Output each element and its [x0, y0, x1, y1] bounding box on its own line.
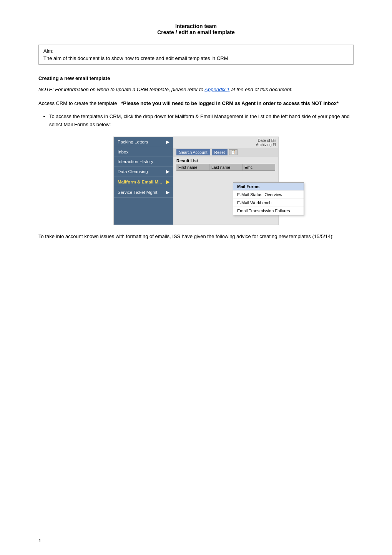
nav-inbox[interactable]: Inbox	[114, 147, 173, 157]
reset-button[interactable]: Reset	[212, 149, 228, 155]
nav-packing-letters-label: Packing Letters	[118, 140, 148, 144]
title-line2: Create / edit an email template	[38, 29, 354, 35]
note-paragraph: NOTE: For information on when to update …	[38, 86, 354, 93]
bullet-list: To access the templates in CRM, click th…	[49, 113, 354, 129]
nav-mailform[interactable]: Mailform & Email M... ▶	[114, 177, 173, 187]
nav-data-cleansing-label: Data Cleansing	[118, 169, 148, 174]
body-text: Access CRM to create the template *Pleas…	[38, 100, 354, 108]
nav-inbox-label: Inbox	[118, 150, 128, 154]
result-list-label: Result List	[173, 157, 278, 164]
dropdown-popup: Mail Forms E-Mail Status: Overview E-Mai…	[233, 182, 304, 215]
date-label: Date of Bir	[173, 138, 276, 143]
nav-packing-letters-arrow: ▶	[166, 139, 169, 145]
nav-interaction-history[interactable]: Interaction History	[114, 157, 173, 167]
col-first-name: First name	[176, 164, 209, 170]
dropdown-email-status[interactable]: E-Mail Status: Overview	[233, 191, 304, 199]
page-header: Interaction team Create / edit an email …	[38, 23, 354, 35]
dropdown-email-workbench[interactable]: E-Mail Workbench	[233, 199, 304, 207]
aim-content: The aim of this document is to show how …	[43, 55, 349, 61]
page-number: 1	[38, 538, 41, 543]
search-bar: Search Account Reset 📋	[173, 148, 278, 157]
footer-paragraph: To take into account known issues with f…	[38, 233, 354, 241]
bullet-item-1: To access the templates in CRM, click th…	[49, 113, 354, 129]
nav-service-ticket-label: Service Ticket Mgmt	[118, 190, 158, 195]
nav-mailform-arrow: ▶	[166, 179, 169, 185]
title-line1: Interaction team	[38, 23, 354, 29]
col-last-name: Last name	[209, 164, 243, 170]
crm-screenshot-wrapper: Packing Letters ▶ Inbox Interaction Hist…	[113, 137, 279, 225]
appendix1-link[interactable]: Appendix 1	[204, 87, 229, 92]
nav-service-ticket-arrow: ▶	[166, 190, 169, 195]
result-table-header: First name Last name Emc	[176, 164, 275, 171]
nav-data-cleansing[interactable]: Data Cleansing ▶	[114, 167, 173, 177]
aim-box: Aim: The aim of this document is to show…	[38, 45, 354, 65]
crm-right-panel: Date of Bir Archiving Fl Search Account …	[173, 137, 278, 225]
archiving-label: Archiving Fl	[173, 143, 276, 147]
dropdown-mail-forms[interactable]: Mail Forms	[233, 183, 304, 191]
col-email: Emc	[243, 164, 275, 170]
note-text-suffix: at the end of this document.	[229, 87, 292, 92]
crm-left-nav: Packing Letters ▶ Inbox Interaction Hist…	[114, 137, 173, 225]
nav-interaction-history-label: Interaction History	[118, 159, 153, 164]
aim-label: Aim:	[43, 48, 349, 54]
section-heading: Creating a new email template	[38, 75, 354, 81]
crm-full-screenshot: Packing Letters ▶ Inbox Interaction Hist…	[113, 137, 279, 225]
nav-service-ticket[interactable]: Service Ticket Mgmt ▶	[114, 187, 173, 198]
nav-data-cleansing-arrow: ▶	[166, 169, 169, 174]
dropdown-email-transmission[interactable]: Email Transmission Failures	[233, 207, 304, 215]
note-text-prefix: NOTE: For information on when to update …	[38, 87, 204, 92]
clipboard-icon[interactable]: 📋	[229, 149, 238, 155]
nav-mailform-label: Mailform & Email M...	[118, 180, 162, 184]
search-account-button[interactable]: Search Account	[176, 149, 210, 155]
nav-packing-letters[interactable]: Packing Letters ▶	[114, 137, 173, 147]
top-right-labels: Date of Bir Archiving Fl	[173, 137, 278, 148]
